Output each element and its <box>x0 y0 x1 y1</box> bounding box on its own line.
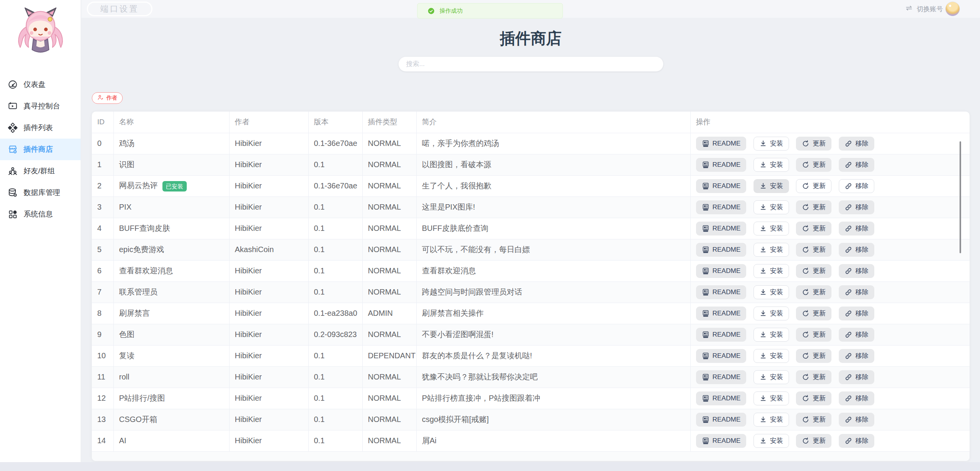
cell-author: AkashiCoin <box>229 239 308 260</box>
update-button[interactable]: 更新 <box>796 243 831 257</box>
update-button[interactable]: 更新 <box>796 137 831 151</box>
install-button[interactable]: 安装 <box>754 307 789 320</box>
remove-button[interactable]: 移除 <box>839 370 874 384</box>
readme-button[interactable]: README <box>696 434 747 448</box>
sidebar-item-friends[interactable]: 好友/群组 <box>0 160 81 182</box>
remove-button[interactable]: 移除 <box>839 285 874 299</box>
update-button[interactable]: 更新 <box>796 285 831 299</box>
readme-button[interactable]: README <box>696 200 747 214</box>
update-button[interactable]: 更新 <box>796 179 831 193</box>
remove-button[interactable]: 移除 <box>839 158 874 172</box>
remove-button[interactable]: 移除 <box>839 434 874 448</box>
install-button[interactable]: 安装 <box>754 391 789 405</box>
install-button[interactable]: 安装 <box>754 200 789 214</box>
unlink-icon <box>845 437 852 445</box>
sidebar-item-system-info[interactable]: 系统信息 <box>0 203 81 225</box>
port-settings-button[interactable]: 端口设置 <box>87 2 152 16</box>
install-button[interactable]: 安装 <box>754 243 789 257</box>
install-button[interactable]: 安装 <box>754 349 789 363</box>
unlink-icon <box>845 395 852 402</box>
refresh-icon <box>802 331 809 339</box>
sidebar-item-console[interactable]: 真寻控制台 <box>0 95 81 117</box>
readme-button[interactable]: README <box>696 307 747 320</box>
cell-type: NORMAL <box>362 430 416 451</box>
readme-button[interactable]: README <box>696 370 747 384</box>
table-row: 6 查看群欢迎消息 HibiKier 0.1 NORMAL 查看群欢迎消息 RE… <box>92 260 970 281</box>
sidebar-item-label: 数据库管理 <box>24 188 60 198</box>
cell-desc: BUFF皮肤底价查询 <box>416 218 690 239</box>
refresh-icon <box>802 310 809 317</box>
search-input[interactable] <box>399 57 663 71</box>
install-button[interactable]: 安装 <box>754 137 789 151</box>
download-icon <box>759 331 767 339</box>
remove-button[interactable]: 移除 <box>839 413 874 427</box>
install-button[interactable]: 安装 <box>754 413 789 427</box>
update-button[interactable]: 更新 <box>796 264 831 278</box>
install-button[interactable]: 安装 <box>754 328 789 342</box>
refresh-icon <box>802 437 809 445</box>
sidebar-item-database[interactable]: 数据库管理 <box>0 182 81 203</box>
cell-type: DEPENDANT <box>362 345 416 366</box>
readme-button[interactable]: README <box>696 264 747 278</box>
remove-button[interactable]: 移除 <box>839 328 874 342</box>
update-button[interactable]: 更新 <box>796 328 831 342</box>
cell-actions: README 安装 更新 移除 <box>690 175 970 197</box>
install-button[interactable]: 安装 <box>754 285 789 299</box>
readme-button[interactable]: README <box>696 328 747 342</box>
readme-icon <box>702 225 710 232</box>
remove-button[interactable]: 移除 <box>839 137 874 151</box>
refresh-icon <box>802 182 809 190</box>
cell-version: 0.1 <box>308 388 362 409</box>
table-vertical-scrollbar[interactable] <box>960 141 961 253</box>
install-button[interactable]: 安装 <box>754 179 789 193</box>
readme-button[interactable]: README <box>696 158 747 172</box>
cell-type: NORMAL <box>362 239 416 260</box>
install-button[interactable]: 安装 <box>754 434 789 448</box>
remove-button[interactable]: 移除 <box>839 200 874 214</box>
update-button[interactable]: 更新 <box>796 413 831 427</box>
plugin-table-card: ID 名称 作者 版本 插件类型 简介 操作 0 鸡汤 HibiKier 0.1… <box>92 112 970 461</box>
author-filter-button[interactable]: 作者 <box>92 92 123 104</box>
remove-button[interactable]: 移除 <box>839 349 874 363</box>
readme-button[interactable]: README <box>696 349 747 363</box>
readme-button[interactable]: README <box>696 243 747 257</box>
sidebar-item-plugin-store[interactable]: 插件商店 <box>0 139 81 160</box>
table-header-row: ID 名称 作者 版本 插件类型 简介 操作 <box>92 112 970 133</box>
refresh-icon <box>802 225 809 232</box>
update-button[interactable]: 更新 <box>796 370 831 384</box>
install-button[interactable]: 安装 <box>754 158 789 172</box>
install-button[interactable]: 安装 <box>754 222 789 235</box>
cell-id: 13 <box>92 409 113 430</box>
update-button[interactable]: 更新 <box>796 222 831 235</box>
table-row: 11 roll HibiKier 0.1 NORMAL 犹豫不决吗？那就让我帮你… <box>92 366 970 388</box>
update-button[interactable]: 更新 <box>796 307 831 320</box>
readme-button[interactable]: README <box>696 179 747 193</box>
unlink-icon <box>845 288 852 296</box>
readme-button[interactable]: README <box>696 222 747 235</box>
readme-button[interactable]: README <box>696 391 747 405</box>
update-button[interactable]: 更新 <box>796 391 831 405</box>
remove-button[interactable]: 移除 <box>839 391 874 405</box>
update-button[interactable]: 更新 <box>796 349 831 363</box>
cell-name: 刷屏禁言 <box>113 303 229 324</box>
table-row: 7 联系管理员 HibiKier 0.1 NORMAL 跨越空间与时间跟管理员对… <box>92 281 970 303</box>
switch-account[interactable]: 切换账号 <box>905 0 943 18</box>
readme-button[interactable]: README <box>696 285 747 299</box>
refresh-icon <box>802 352 809 360</box>
sidebar-item-dashboard[interactable]: 仪表盘 <box>0 74 81 95</box>
update-button[interactable]: 更新 <box>796 200 831 214</box>
refresh-icon <box>802 288 809 296</box>
install-button[interactable]: 安装 <box>754 370 789 384</box>
sidebar-item-plugin-list[interactable]: 插件列表 <box>0 117 81 139</box>
user-avatar[interactable] <box>945 2 960 16</box>
remove-button[interactable]: 移除 <box>839 307 874 320</box>
remove-button[interactable]: 移除 <box>839 264 874 278</box>
readme-button[interactable]: README <box>696 137 747 151</box>
update-button[interactable]: 更新 <box>796 158 831 172</box>
readme-button[interactable]: README <box>696 413 747 427</box>
update-button[interactable]: 更新 <box>796 434 831 448</box>
remove-button[interactable]: 移除 <box>839 222 874 235</box>
install-button[interactable]: 安装 <box>754 264 789 278</box>
remove-button[interactable]: 移除 <box>839 243 874 257</box>
remove-button[interactable]: 移除 <box>839 179 874 193</box>
